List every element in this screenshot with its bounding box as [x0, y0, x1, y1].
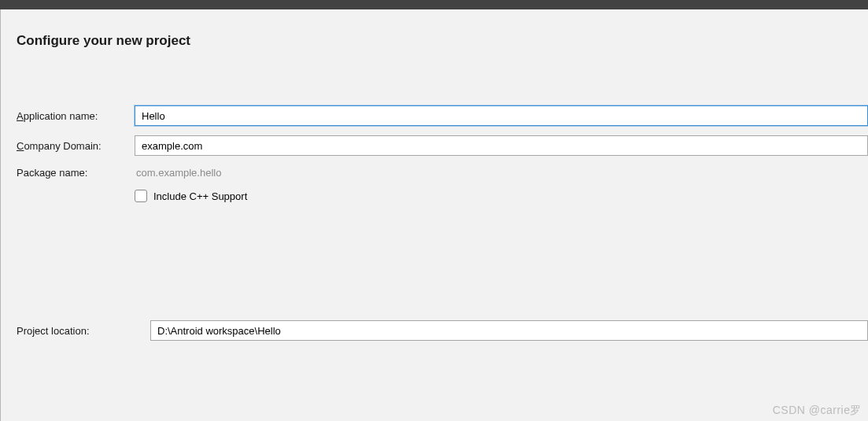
wizard-panel: Configure your new project Application n…: [1, 9, 868, 421]
label-application-name: Application name:: [17, 110, 135, 122]
window-titlebar: [0, 0, 868, 9]
row-company-domain: Company Domain:: [17, 135, 868, 156]
label-company-domain: Company Domain:: [17, 140, 135, 152]
include-cpp-checkbox[interactable]: [135, 190, 147, 202]
label-package-name: Package name:: [17, 167, 135, 179]
package-name-value: com.example.hello: [135, 165, 868, 180]
row-include-cpp: Include C++ Support: [135, 190, 868, 202]
application-name-input[interactable]: [135, 105, 868, 126]
row-project-location: Project location:: [17, 320, 868, 341]
company-domain-input[interactable]: [135, 135, 868, 156]
label-mnemonic: A: [17, 110, 24, 122]
page-title: Configure your new project: [17, 33, 868, 49]
label-project-location: Project location:: [17, 325, 150, 337]
include-cpp-label: Include C++ Support: [153, 190, 247, 202]
label-rest: pplication name:: [24, 110, 98, 122]
project-location-input[interactable]: [150, 320, 868, 341]
label-mnemonic: C: [17, 140, 24, 152]
row-package-name: Package name: com.example.hello: [17, 165, 868, 180]
row-application-name: Application name:: [17, 105, 868, 126]
label-rest: ompany Domain:: [24, 140, 101, 152]
watermark: CSDN @carrie罗: [773, 404, 862, 418]
